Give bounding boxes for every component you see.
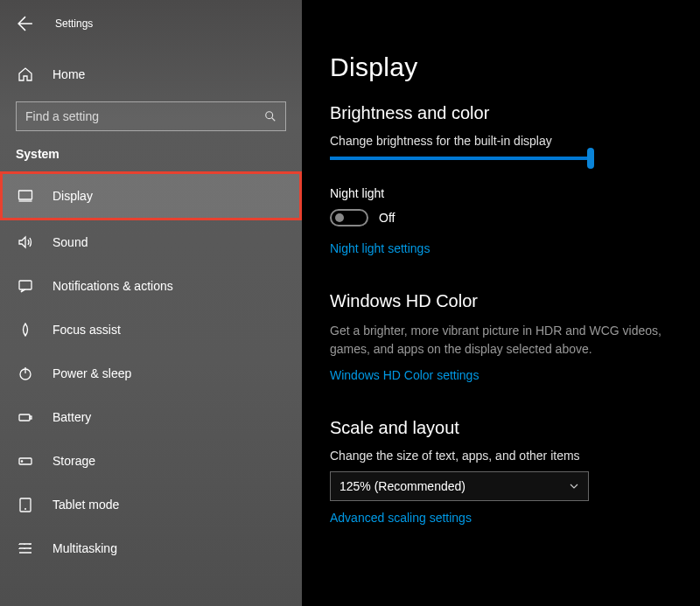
sidebar-item-label: Notifications & actions <box>52 279 173 293</box>
svg-rect-5 <box>30 416 32 419</box>
sidebar-item-storage[interactable]: Storage <box>0 439 302 483</box>
section-heading-scale: Scale and layout <box>330 418 672 438</box>
sidebar-item-label: Battery <box>52 410 91 424</box>
sidebar-item-power-sleep[interactable]: Power & sleep <box>0 352 302 395</box>
focus-icon <box>18 322 33 338</box>
search-container <box>0 101 302 131</box>
search-icon <box>264 110 276 122</box>
section-brightness: Brightness and color Change brightness f… <box>330 103 672 256</box>
sidebar-item-label: Sound <box>52 235 88 249</box>
svg-rect-8 <box>20 498 31 512</box>
content-panel: Display Brightness and color Change brig… <box>302 0 700 606</box>
back-arrow-icon[interactable] <box>18 16 33 31</box>
display-icon <box>18 188 33 204</box>
search-box[interactable] <box>16 101 286 131</box>
header-row: Settings <box>0 7 302 40</box>
sound-icon <box>18 234 33 250</box>
svg-point-7 <box>21 461 22 462</box>
scale-dropdown-value: 125% (Recommended) <box>340 479 466 493</box>
svg-rect-2 <box>19 281 32 289</box>
night-light-settings-link[interactable]: Night light settings <box>330 241 430 255</box>
battery-icon <box>18 409 33 425</box>
section-title-system: System <box>0 131 302 171</box>
advanced-scaling-link[interactable]: Advanced scaling settings <box>330 511 472 525</box>
chevron-down-icon <box>569 481 579 491</box>
night-light-toggle[interactable] <box>330 209 368 226</box>
search-input[interactable] <box>25 109 254 123</box>
sidebar-item-home[interactable]: Home <box>0 54 302 94</box>
sidebar-item-sound[interactable]: Sound <box>0 220 302 264</box>
toggle-knob-icon <box>335 213 344 222</box>
power-icon <box>18 366 33 381</box>
section-heading-brightness: Brightness and color <box>330 103 672 123</box>
notifications-icon <box>18 278 33 294</box>
hd-color-description: Get a brighter, more vibrant picture in … <box>330 322 672 359</box>
multitasking-icon <box>18 540 33 556</box>
scale-label: Change the size of text, apps, and other… <box>330 449 672 463</box>
sidebar: Settings Home System Display Sound <box>0 0 302 606</box>
window-title: Settings <box>55 17 93 30</box>
page-title: Display <box>330 52 672 82</box>
sidebar-item-label: Storage <box>52 454 95 468</box>
section-scale-layout: Scale and layout Change the size of text… <box>330 418 672 526</box>
brightness-slider[interactable] <box>330 157 592 160</box>
night-light-state: Off <box>379 211 395 225</box>
svg-rect-1 <box>19 191 32 199</box>
sidebar-item-label: Tablet mode <box>52 498 119 512</box>
section-heading-hd-color: Windows HD Color <box>330 291 672 311</box>
hd-color-settings-link[interactable]: Windows HD Color settings <box>330 368 479 382</box>
night-light-toggle-row: Off <box>330 209 672 226</box>
sidebar-item-label: Display <box>52 189 93 203</box>
night-light-label: Night light <box>330 186 672 200</box>
sidebar-item-notifications[interactable]: Notifications & actions <box>0 264 302 308</box>
slider-thumb-icon[interactable] <box>587 148 594 169</box>
tablet-icon <box>18 497 33 512</box>
svg-rect-4 <box>19 414 30 421</box>
storage-icon <box>18 453 33 469</box>
sidebar-item-label: Power & sleep <box>52 366 131 380</box>
home-icon <box>18 66 33 82</box>
sidebar-item-battery[interactable]: Battery <box>0 395 302 439</box>
section-hd-color: Windows HD Color Get a brighter, more vi… <box>330 291 672 383</box>
scale-dropdown[interactable]: 125% (Recommended) <box>330 471 589 501</box>
sidebar-item-label: Multitasking <box>52 541 117 555</box>
home-label: Home <box>52 67 85 81</box>
sidebar-item-multitasking[interactable]: Multitasking <box>0 526 302 570</box>
sidebar-item-display[interactable]: Display <box>0 171 302 220</box>
sidebar-item-focus-assist[interactable]: Focus assist <box>0 308 302 352</box>
brightness-label: Change brightness for the built-in displ… <box>330 134 672 148</box>
sidebar-item-tablet-mode[interactable]: Tablet mode <box>0 483 302 526</box>
sidebar-item-label: Focus assist <box>52 323 121 337</box>
svg-point-0 <box>266 112 273 119</box>
